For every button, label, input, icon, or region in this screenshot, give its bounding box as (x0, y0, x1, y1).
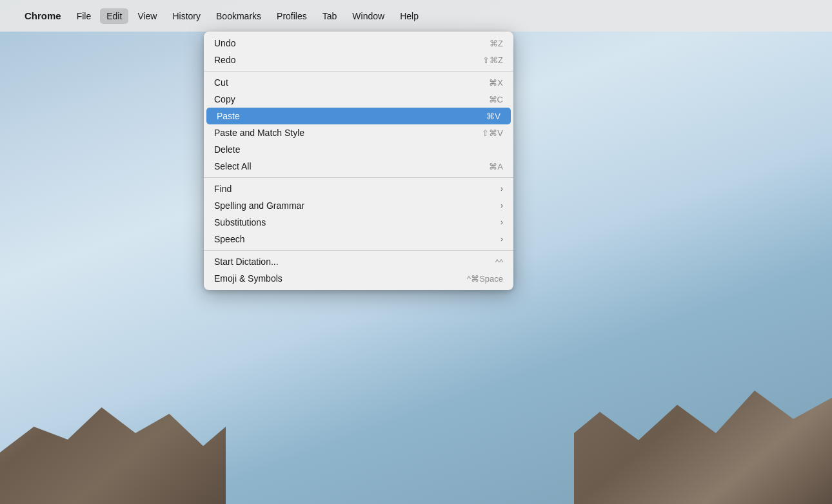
delete-label: Delete (214, 144, 240, 155)
spelling-grammar-label: Spelling and Grammar (214, 200, 304, 211)
menu-item-delete[interactable]: Delete (204, 141, 513, 158)
emoji-symbols-shortcut: ^⌘Space (467, 274, 503, 284)
profiles-menu[interactable]: Profiles (270, 8, 313, 24)
menu-item-paste[interactable]: Paste ⌘V (206, 108, 511, 124)
select-all-shortcut: ⌘A (489, 162, 503, 171)
undo-label: Undo (214, 38, 235, 48)
menu-item-start-dictation[interactable]: Start Dictation... ^^ (204, 253, 513, 270)
help-menu[interactable]: Help (393, 8, 425, 24)
paste-match-style-shortcut: ⇧⌘V (482, 128, 503, 138)
start-dictation-shortcut: ^^ (495, 257, 503, 267)
view-menu[interactable]: View (131, 8, 163, 24)
paste-shortcut: ⌘V (486, 111, 500, 121)
substitutions-chevron: › (500, 218, 503, 227)
paste-match-style-label: Paste and Match Style (214, 128, 304, 138)
separator-2 (204, 177, 513, 178)
history-menu[interactable]: History (166, 8, 207, 24)
tab-menu[interactable]: Tab (316, 8, 344, 24)
menu-item-undo[interactable]: Undo ⌘Z (204, 35, 513, 52)
cut-shortcut: ⌘X (489, 78, 503, 88)
menu-item-copy[interactable]: Copy ⌘C (204, 91, 513, 108)
edit-dropdown-menu: Undo ⌘Z Redo ⇧⌘Z Cut ⌘X Copy ⌘C Paste ⌘V… (204, 32, 513, 290)
spelling-grammar-chevron: › (500, 201, 503, 210)
edit-menu[interactable]: Edit (100, 8, 128, 24)
substitutions-label: Substitutions (214, 217, 266, 228)
menu-item-redo[interactable]: Redo ⇧⌘Z (204, 52, 513, 68)
emoji-symbols-label: Emoji & Symbols (214, 273, 282, 284)
menu-item-find[interactable]: Find › (204, 180, 513, 197)
menu-item-select-all[interactable]: Select All ⌘A (204, 158, 513, 175)
copy-shortcut: ⌘C (489, 95, 503, 104)
menu-item-emoji-symbols[interactable]: Emoji & Symbols ^⌘Space (204, 270, 513, 287)
menu-item-substitutions[interactable]: Substitutions › (204, 214, 513, 231)
menu-item-paste-match-style[interactable]: Paste and Match Style ⇧⌘V (204, 124, 513, 141)
bookmarks-menu[interactable]: Bookmarks (210, 8, 268, 24)
select-all-label: Select All (214, 161, 252, 171)
paste-label: Paste (217, 111, 240, 121)
start-dictation-label: Start Dictation... (214, 257, 279, 267)
chrome-menu[interactable]: Chrome (18, 8, 68, 24)
menu-item-cut[interactable]: Cut ⌘X (204, 74, 513, 91)
speech-chevron: › (500, 235, 503, 244)
separator-3 (204, 250, 513, 251)
speech-label: Speech (214, 234, 244, 244)
menu-item-spelling-grammar[interactable]: Spelling and Grammar › (204, 197, 513, 214)
cut-label: Cut (214, 77, 228, 88)
edit-dropdown-wrapper: Undo ⌘Z Redo ⇧⌘Z Cut ⌘X Copy ⌘C Paste ⌘V… (204, 32, 513, 290)
menubar: Chrome File Edit View History Bookmarks … (0, 0, 832, 32)
file-menu[interactable]: File (70, 8, 98, 24)
copy-label: Copy (214, 94, 235, 104)
undo-shortcut: ⌘Z (490, 39, 503, 48)
redo-label: Redo (214, 55, 235, 65)
find-label: Find (214, 184, 232, 194)
find-chevron: › (500, 184, 503, 193)
redo-shortcut: ⇧⌘Z (482, 55, 503, 65)
apple-menu[interactable] (5, 14, 15, 19)
window-menu[interactable]: Window (346, 8, 391, 24)
menu-item-speech[interactable]: Speech › (204, 231, 513, 247)
separator-1 (204, 71, 513, 72)
